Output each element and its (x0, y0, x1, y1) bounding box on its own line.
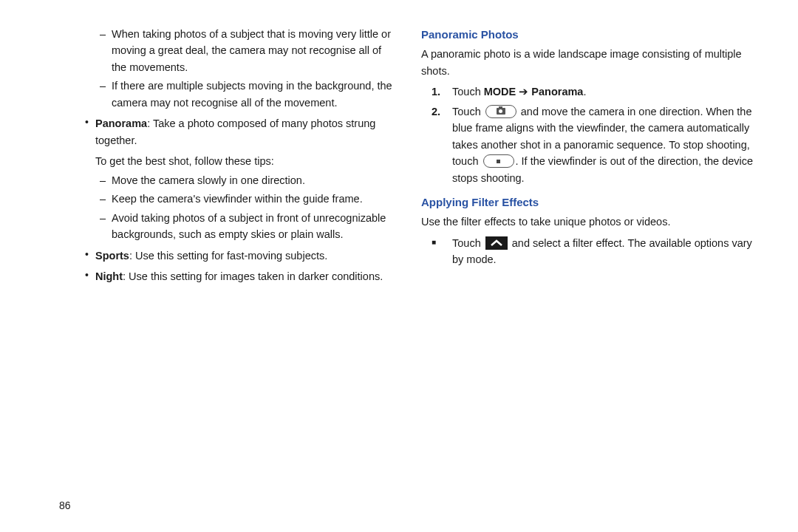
filter-text: Touch and select a filter effect. The av… (452, 235, 761, 268)
tip-row: – Keep the camera's viewfinder within th… (100, 191, 399, 207)
chevron-up-icon (485, 236, 508, 250)
tip-text: Move the camera slowly in one direction. (112, 172, 399, 188)
sub-bullet: – If there are multiple subjects moving … (100, 78, 399, 111)
dash-marker: – (100, 210, 112, 243)
step1-post: . (583, 86, 586, 98)
night-label: Night (95, 270, 123, 282)
dash-marker: – (100, 172, 112, 188)
step-number: 2. (432, 103, 452, 186)
filter-step: ■ Touch and select a filter effect. The … (432, 235, 761, 268)
dash-marker: – (100, 191, 112, 207)
dash-marker: – (100, 26, 112, 75)
bullet-text: Panorama: Take a photo composed of many … (95, 115, 399, 149)
left-column: – When taking photos of a subject that i… (59, 26, 399, 484)
tip-text: Avoid taking photos of a subject in fron… (112, 210, 399, 243)
sub-bullet-text: When taking photos of a subject that is … (112, 26, 399, 75)
tip-row: – Avoid taking photos of a subject in fr… (100, 210, 399, 243)
heading-panoramic: Panoramic Photos (421, 26, 761, 43)
bullet-marker: • (85, 115, 95, 149)
bullet-night: • Night: Use this setting for images tak… (85, 268, 399, 284)
sports-rest: : Use this setting for fast-moving subje… (129, 250, 327, 262)
bullet-sports: • Sports: Use this setting for fast-movi… (85, 248, 399, 264)
filter-pre: Touch (452, 237, 484, 249)
right-column: Panoramic Photos A panoramic photo is a … (421, 26, 761, 484)
camera-button-icon (485, 105, 516, 118)
sports-label: Sports (95, 250, 129, 262)
dash-marker: – (100, 78, 112, 111)
bullet-marker: • (85, 268, 95, 284)
sub-bullet-text: If there are multiple subjects moving in… (112, 78, 399, 111)
bullet-panorama: • Panorama: Take a photo composed of man… (85, 115, 399, 149)
bullet-text: Sports: Use this setting for fast-moving… (95, 248, 399, 264)
step2-pre: Touch (452, 106, 484, 117)
square-marker: ■ (432, 235, 452, 268)
night-rest: : Use this setting for images taken in d… (123, 270, 383, 282)
tip-text: Keep the camera's viewfinder within the … (112, 191, 399, 207)
step1-pre: Touch (452, 86, 484, 98)
step1-arrow: ➔ (516, 86, 531, 98)
bullet-text: Night: Use this setting for images taken… (95, 268, 399, 284)
panorama-label: Panorama (95, 117, 147, 129)
tip-row: – Move the camera slowly in one directio… (100, 172, 399, 188)
step-text: Touch and move the camera in one directi… (452, 103, 761, 186)
step-1: 1. Touch MODE ➔ Panorama. (432, 83, 761, 100)
filter-intro: Use the filter effects to take unique ph… (421, 214, 761, 230)
panoramic-intro: A panoramic photo is a wide landscape im… (421, 46, 761, 79)
step-text: Touch MODE ➔ Panorama. (452, 83, 761, 100)
page-number: 86 (59, 499, 71, 511)
heading-filter: Applying Filter Effects (421, 194, 761, 211)
tips-intro: To get the best shot, follow these tips: (95, 153, 399, 169)
step-2: 2. Touch and move the camera in one dire… (432, 103, 761, 186)
step1-mode: MODE (484, 86, 516, 98)
step-number: 1. (432, 83, 452, 100)
stop-button-icon (483, 154, 514, 168)
sub-bullet: – When taking photos of a subject that i… (100, 26, 399, 75)
bullet-marker: • (85, 248, 95, 264)
step1-panorama: Panorama (531, 86, 583, 98)
